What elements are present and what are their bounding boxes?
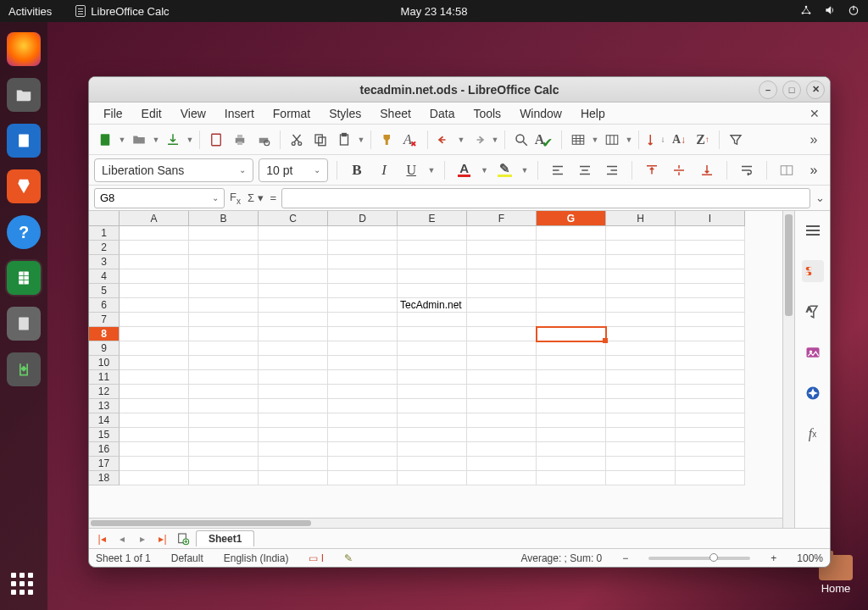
wrap-text-icon[interactable]	[736, 158, 758, 182]
redo-dropdown[interactable]: ▼	[491, 136, 499, 144]
cell-E2[interactable]	[398, 241, 467, 255]
cell-D15[interactable]	[328, 428, 398, 442]
menu-styles[interactable]: Styles	[321, 104, 369, 123]
cut-icon[interactable]	[286, 129, 308, 151]
cell-E16[interactable]	[398, 442, 467, 457]
cell-C5[interactable]	[259, 284, 328, 298]
cell-H9[interactable]	[606, 341, 676, 356]
close-button[interactable]: ✕	[806, 80, 825, 99]
minimize-button[interactable]: –	[759, 80, 777, 99]
status-signature-icon[interactable]: ✎	[344, 552, 353, 564]
row-header-1[interactable]: 1	[89, 226, 120, 241]
zoom-out-button[interactable]: −	[622, 552, 628, 564]
font-color-button[interactable]: A	[453, 158, 476, 182]
cell-C3[interactable]	[259, 255, 328, 269]
cell-C6[interactable]	[259, 298, 328, 313]
cell-B3[interactable]	[189, 255, 259, 269]
align-center-icon[interactable]	[574, 158, 596, 182]
cell-F4[interactable]	[467, 269, 537, 284]
highlight-color-dropdown[interactable]: ▼	[520, 166, 528, 175]
cell-D5[interactable]	[328, 284, 398, 298]
dock-trash[interactable]	[7, 352, 41, 386]
row-header-7[interactable]: 7	[89, 313, 120, 327]
redo-icon[interactable]	[467, 129, 489, 151]
cell-E3[interactable]	[398, 255, 467, 269]
row-header-6[interactable]: 6	[89, 298, 120, 313]
cell-C1[interactable]	[259, 226, 328, 241]
cell-H10[interactable]	[606, 356, 676, 370]
cell-H8[interactable]	[606, 327, 676, 341]
font-size-combo[interactable]: 10 pt⌄	[259, 158, 328, 182]
menu-format[interactable]: Format	[265, 104, 318, 123]
cell-H13[interactable]	[606, 399, 676, 413]
undo-icon[interactable]	[433, 129, 455, 151]
cell-A15[interactable]	[120, 428, 189, 442]
sort-desc-icon[interactable]: A↓	[668, 129, 690, 151]
cell-C16[interactable]	[259, 442, 328, 457]
cell-B18[interactable]	[189, 471, 259, 485]
cell-I10[interactable]	[676, 356, 745, 370]
spellcheck-icon[interactable]: A✔	[534, 129, 556, 151]
column-header-B[interactable]: B	[189, 211, 259, 226]
cell-C10[interactable]	[259, 356, 328, 370]
undo-dropdown[interactable]: ▼	[457, 136, 465, 144]
cell-D16[interactable]	[328, 442, 398, 457]
cell-H5[interactable]	[606, 284, 676, 298]
cell-B5[interactable]	[189, 284, 259, 298]
vertical-scrollbar[interactable]	[782, 211, 794, 528]
cell-I13[interactable]	[676, 399, 745, 413]
row-header-13[interactable]: 13	[89, 399, 120, 413]
tab-last-icon[interactable]: ▸|	[155, 531, 170, 546]
tab-first-icon[interactable]: |◂	[94, 531, 109, 546]
column-header-A[interactable]: A	[120, 211, 189, 226]
cell-G2[interactable]	[537, 241, 606, 255]
cell-I18[interactable]	[676, 471, 745, 485]
cell-G5[interactable]	[537, 284, 606, 298]
cell-F14[interactable]	[467, 413, 537, 428]
cell-B17[interactable]	[189, 457, 259, 471]
sum-icon[interactable]: Σ ▾	[248, 191, 264, 204]
cell-H16[interactable]	[606, 442, 676, 457]
cell-H17[interactable]	[606, 457, 676, 471]
cell-H6[interactable]	[606, 298, 676, 313]
menu-window[interactable]: Window	[512, 104, 570, 123]
cell-C9[interactable]	[259, 341, 328, 356]
cell-B12[interactable]	[189, 385, 259, 399]
row-header-8[interactable]: 8	[89, 327, 120, 341]
tab-prev-icon[interactable]: ◂	[114, 531, 130, 546]
cell-E13[interactable]	[398, 399, 467, 413]
dock-text-editor[interactable]	[7, 307, 41, 341]
menu-tools[interactable]: Tools	[465, 104, 509, 123]
cell-E1[interactable]	[398, 226, 467, 241]
underline-button[interactable]: U	[400, 158, 422, 182]
cell-E17[interactable]	[398, 457, 467, 471]
cell-I9[interactable]	[676, 341, 745, 356]
cell-E4[interactable]	[398, 269, 467, 284]
cell-E11[interactable]	[398, 370, 467, 385]
row-icon[interactable]	[567, 129, 589, 151]
align-bottom-icon[interactable]	[695, 158, 717, 182]
filter-icon[interactable]	[725, 129, 747, 151]
cell-D1[interactable]	[328, 226, 398, 241]
underline-dropdown[interactable]: ▼	[427, 166, 435, 175]
status-selection-mode-icon[interactable]: ▭ I	[309, 552, 324, 564]
add-sheet-icon[interactable]	[175, 531, 191, 546]
cell-H14[interactable]	[606, 413, 676, 428]
cell-H11[interactable]	[606, 370, 676, 385]
cell-F15[interactable]	[467, 428, 537, 442]
merge-cells-icon[interactable]	[776, 158, 798, 182]
cell-I3[interactable]	[676, 255, 745, 269]
cell-A1[interactable]	[120, 226, 189, 241]
cell-F6[interactable]	[467, 298, 537, 313]
cell-B6[interactable]	[189, 298, 259, 313]
cell-H3[interactable]	[606, 255, 676, 269]
cell-G9[interactable]	[537, 341, 606, 356]
cell-C13[interactable]	[259, 399, 328, 413]
cell-A12[interactable]	[120, 385, 189, 399]
show-applications[interactable]	[11, 573, 36, 598]
menu-insert[interactable]: Insert	[217, 104, 262, 123]
cell-E10[interactable]	[398, 356, 467, 370]
cell-A5[interactable]	[120, 284, 189, 298]
open-icon[interactable]	[128, 129, 150, 151]
column-dropdown[interactable]: ▼	[625, 136, 633, 144]
